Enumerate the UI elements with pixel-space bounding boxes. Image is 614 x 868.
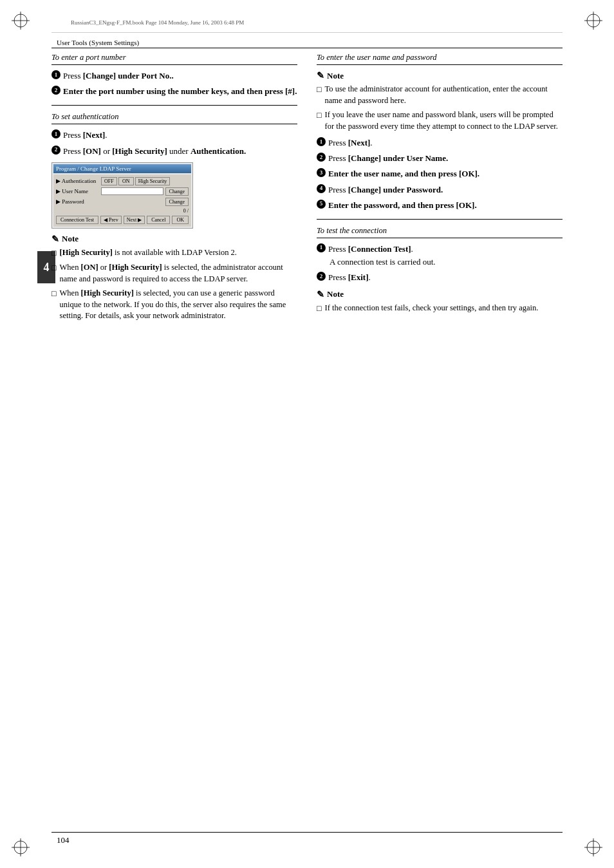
reg-mark-bottom-right	[584, 838, 602, 856]
test-note-item-1: □ If the connection test fails, check yo…	[317, 303, 563, 315]
step-num-auth-1: 1	[51, 129, 60, 138]
auth-note-item-3: □ When [High Security] is selected, you …	[51, 288, 297, 322]
auth-note-item-2: □ When [ON] or [High Security] is select…	[51, 262, 297, 285]
auth-note-text-3: When [High Security] is selected, you ca…	[60, 288, 297, 322]
user-note-text-2: If you leave the user name and password …	[325, 109, 563, 132]
dialog-body: ▶ Authentication OFF ON High Security ▶ …	[53, 175, 191, 227]
step-user-4: 4 Press [Change] under Password.	[317, 184, 563, 196]
dialog-btn-high-security: High Security	[135, 177, 171, 185]
dialog-password-change: Change	[165, 198, 189, 206]
dialog-row-username: ▶ User Name Change	[56, 187, 189, 196]
book-info: RussianC3_ENgsg-F_FM.book Page 104 Monda…	[71, 19, 244, 26]
note-icon-3: ✎	[317, 289, 324, 300]
reg-mark-top-right	[584, 12, 602, 30]
breadcrumb-rule	[51, 48, 563, 48]
step-auth-2: 2 Press [ON] or [High Security] under Au…	[51, 146, 297, 157]
breadcrumb: User Tools (System Settings)	[57, 37, 139, 48]
reg-mark-bottom-left	[12, 838, 30, 856]
dialog-username-label: ▶ User Name	[56, 188, 101, 194]
step-auth-1: 1 Press [Next].	[51, 129, 297, 141]
step-text-user-4: Press [Change] under Password.	[328, 184, 443, 196]
section-test-title: To test the connection	[317, 226, 563, 238]
step-test-1-content: Press [Connection Test]. A connection te…	[328, 243, 436, 268]
user-note: ✎ Note □ To use the administrator accoun…	[317, 70, 563, 132]
step-num-user-3: 3	[317, 168, 326, 177]
page-number: 104	[57, 835, 70, 845]
dialog-auth-buttons: OFF ON High Security	[101, 177, 170, 185]
note-bullet-1: □	[51, 248, 57, 259]
dialog-title-bar: Program / Change LDAP Server	[53, 164, 191, 173]
note-icon-2: ✎	[317, 70, 324, 81]
test-note: ✎ Note □ If the connection test fails, c…	[317, 289, 563, 315]
test-note-title: ✎ Note	[317, 289, 563, 300]
auth-note-title: ✎ Note	[51, 234, 297, 245]
step-text-test-1: Press [Connection Test].	[328, 243, 436, 255]
test-note-text-1: If the connection test fails, check your…	[325, 303, 539, 314]
dialog-bottom-row: Connection Test ◀ Prev Next ▶ Cancel OK	[56, 216, 189, 224]
dialog-auth-label: ▶ Authentication	[56, 178, 101, 184]
section-test-connection: To test the connection 1 Press [Connecti…	[317, 226, 563, 314]
step-text-port-2: Enter the port number using the number k…	[63, 86, 297, 97]
section-user-password: To enter the user name and password ✎ No…	[317, 53, 563, 211]
step-num-user-2: 2	[317, 153, 326, 162]
footer-rule	[51, 832, 563, 833]
section-port-title: To enter a port number	[51, 53, 297, 65]
dialog-username-field	[101, 187, 163, 195]
dialog-ok: OK	[172, 216, 189, 224]
dialog-username-change: Change	[165, 187, 189, 196]
dialog-connection-test: Connection Test	[56, 216, 98, 224]
section-port-number: To enter a port number 1 Press [Change] …	[51, 53, 297, 97]
user-note-item-2: □ If you leave the user name and passwor…	[317, 109, 563, 132]
step-num-test-1: 1	[317, 243, 326, 252]
note-bullet-t1: □	[317, 303, 322, 315]
step-text-port-1: Press [Change] under Port No..	[63, 70, 174, 82]
dialog-cancel: Cancel	[147, 216, 170, 224]
note-bullet-3: □	[51, 288, 57, 300]
step-num-user-5: 5	[317, 200, 326, 209]
step-user-2: 2 Press [Change] under User Name.	[317, 153, 563, 164]
note-bullet-2: □	[51, 263, 57, 274]
dialog-row-auth: ▶ Authentication OFF ON High Security	[56, 177, 189, 185]
step-num-user-4: 4	[317, 184, 326, 193]
dialog-screenshot: Program / Change LDAP Server ▶ Authentic…	[51, 162, 193, 229]
note-icon-1: ✎	[51, 234, 59, 245]
dialog-row-password: ▶ Password Change	[56, 198, 189, 206]
step-text-auth-2: Press [ON] or [High Security] under Auth…	[63, 146, 246, 157]
section-auth-title: To set authentication	[51, 112, 297, 124]
user-note-text-1: To use the administrator account for aut…	[325, 84, 563, 106]
header-rule	[51, 32, 563, 33]
step-num-user-1: 1	[317, 137, 326, 146]
two-column-layout: To enter a port number 1 Press [Change] …	[51, 53, 563, 330]
step-text-user-2: Press [Change] under User Name.	[328, 153, 448, 164]
user-note-title: ✎ Note	[317, 70, 563, 81]
dialog-btn-off: OFF	[101, 177, 117, 185]
section-authentication: To set authentication 1 Press [Next]. 2 …	[51, 112, 297, 321]
auth-note-text-2: When [ON] or [High Security] is selected…	[60, 262, 297, 285]
auth-note-item-1: □ [High Security] is not available with …	[51, 247, 297, 259]
step-num-2: 2	[51, 86, 60, 95]
user-note-item-1: □ To use the administrator account for a…	[317, 84, 563, 106]
dialog-btn-on: ON	[118, 177, 134, 185]
step-user-3: 3 Enter the user name, and then press [O…	[317, 168, 563, 180]
dialog-next: Next ▶	[124, 216, 145, 224]
step-text-user-3: Enter the user name, and then press [OK]…	[328, 168, 479, 180]
step-port-2: 2 Enter the port number using the number…	[51, 86, 297, 97]
auth-note-text-1: [High Security] is not available with LD…	[60, 247, 237, 259]
step-num-auth-2: 2	[51, 146, 60, 155]
note-bullet-r1: □	[317, 84, 322, 96]
dialog-cn-label: 0 /	[56, 208, 189, 214]
divider-right-1	[317, 219, 563, 220]
step-test-1-sub: A connection test is carried out.	[328, 256, 436, 268]
left-column: To enter a port number 1 Press [Change] …	[51, 53, 297, 330]
step-text-test-2: Press [Exit].	[328, 272, 371, 283]
dialog-password-label: ▶ Password	[56, 198, 101, 205]
step-num-test-2: 2	[317, 272, 326, 281]
step-text-user-1: Press [Next].	[328, 137, 373, 149]
note-bullet-r2: □	[317, 110, 322, 122]
step-port-1: 1 Press [Change] under Port No..	[51, 70, 297, 82]
right-column: To enter the user name and password ✎ No…	[317, 53, 563, 330]
step-test-2: 2 Press [Exit].	[317, 272, 563, 283]
step-user-1: 1 Press [Next].	[317, 137, 563, 149]
main-content: To enter a port number 1 Press [Change] …	[51, 53, 563, 823]
dialog-prev: ◀ Prev	[100, 216, 122, 224]
